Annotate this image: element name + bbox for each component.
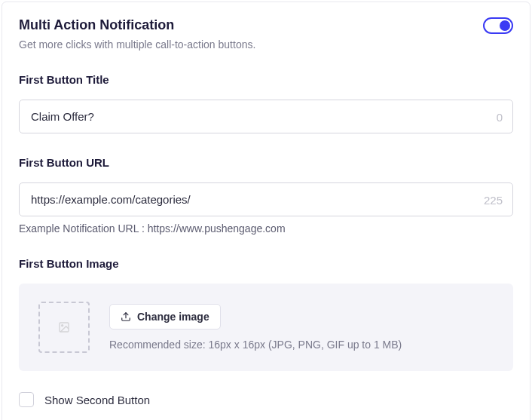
show-second-button-label[interactable]: Show Second Button (44, 394, 150, 406)
section-title: Multi Action Notification (19, 17, 174, 33)
url-hint: Example Notification URL : https://www.p… (19, 222, 513, 235)
upload-icon (121, 311, 131, 322)
first-button-url-count: 225 (484, 193, 503, 206)
section-subtitle: Get more clicks with multiple call-to-ac… (19, 38, 513, 51)
image-upload-panel: Change image Recommended size: 16px x 16… (19, 284, 513, 371)
first-button-title-input[interactable] (19, 100, 513, 133)
show-second-button-checkbox[interactable] (19, 392, 34, 407)
image-dropzone[interactable] (38, 302, 90, 353)
change-image-label: Change image (137, 311, 209, 323)
image-placeholder-icon (58, 321, 70, 333)
first-button-image-label: First Button Image (19, 257, 513, 270)
toggle-knob (500, 20, 510, 31)
first-button-url-label: First Button URL (19, 156, 513, 169)
enable-toggle[interactable] (483, 17, 513, 34)
svg-point-1 (62, 325, 63, 326)
first-button-url-input[interactable] (19, 182, 513, 216)
first-button-title-label: First Button Title (19, 73, 513, 86)
image-recommended-text: Recommended size: 16px x 16px (JPG, PNG,… (109, 339, 402, 351)
first-button-title-count: 0 (497, 110, 503, 123)
change-image-button[interactable]: Change image (109, 304, 221, 330)
